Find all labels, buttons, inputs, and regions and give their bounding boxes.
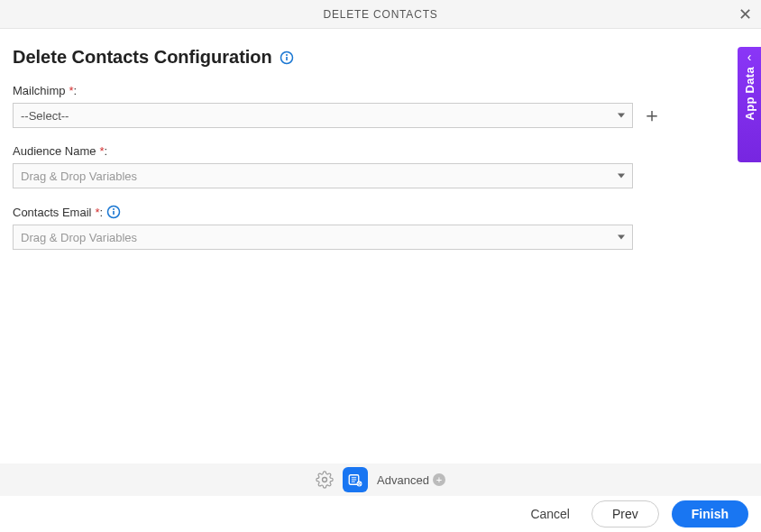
field-row: Drag & Drop Variables [13, 163, 748, 188]
field-contacts-email: Contacts Email *: Drag & Drop Variables [13, 205, 748, 250]
chevron-down-icon [618, 235, 625, 240]
content-area: Delete Contacts Configuration Mailchimp … [0, 29, 761, 250]
page-title: Delete Contacts Configuration [13, 47, 272, 68]
required-marker: *: [100, 144, 108, 158]
field-label: Contacts Email [13, 206, 91, 219]
chevron-left-icon: ‹ [747, 50, 752, 63]
svg-rect-2 [286, 57, 288, 60]
gear-icon[interactable] [316, 471, 334, 489]
field-label: Mailchimp [13, 84, 66, 97]
page-title-row: Delete Contacts Configuration [13, 47, 748, 68]
prev-button[interactable]: Prev [591, 500, 659, 527]
info-icon[interactable] [280, 50, 294, 65]
field-row: --Select-- ＋ [13, 103, 748, 128]
config-icon[interactable] [343, 467, 368, 492]
mailchimp-select[interactable]: --Select-- [13, 103, 633, 128]
cancel-button[interactable]: Cancel [521, 501, 579, 527]
field-label-row: Mailchimp *: [13, 84, 748, 97]
close-icon[interactable]: ✕ [738, 6, 752, 23]
contacts-email-select[interactable]: Drag & Drop Variables [13, 225, 633, 250]
advanced-label: Advanced + [377, 473, 445, 487]
add-connection-icon[interactable]: ＋ [642, 105, 662, 125]
footer: Cancel Prev Finish [0, 496, 761, 532]
finish-button[interactable]: Finish [672, 500, 748, 527]
field-audience-name: Audience Name *: Drag & Drop Variables [13, 144, 748, 188]
required-marker: *: [69, 84, 78, 97]
field-mailchimp: Mailchimp *: --Select-- ＋ [13, 84, 748, 128]
svg-point-1 [286, 54, 288, 56]
select-placeholder: Drag & Drop Variables [21, 170, 137, 183]
svg-point-4 [113, 208, 115, 210]
chevron-down-icon [618, 114, 625, 118]
field-row: Drag & Drop Variables [13, 225, 748, 250]
bottom-toolbar: Advanced + [0, 463, 761, 496]
field-label-row: Contacts Email *: [13, 205, 748, 219]
advanced-expand-icon[interactable]: + [433, 473, 445, 486]
info-icon[interactable] [106, 205, 121, 219]
select-value: --Select-- [21, 109, 69, 123]
field-label: Audience Name [13, 144, 96, 158]
required-marker: *: [95, 206, 103, 219]
field-label-row: Audience Name *: [13, 144, 748, 158]
dialog-title: DELETE CONTACTS [323, 8, 437, 21]
dialog-header: DELETE CONTACTS ✕ [0, 0, 761, 29]
select-placeholder: Drag & Drop Variables [21, 231, 137, 244]
svg-rect-5 [113, 211, 115, 215]
audience-name-select[interactable]: Drag & Drop Variables [13, 163, 633, 188]
chevron-down-icon [618, 174, 625, 179]
app-data-tab[interactable]: ‹ App Data [738, 47, 761, 162]
side-tab-label: App Data [743, 67, 756, 120]
